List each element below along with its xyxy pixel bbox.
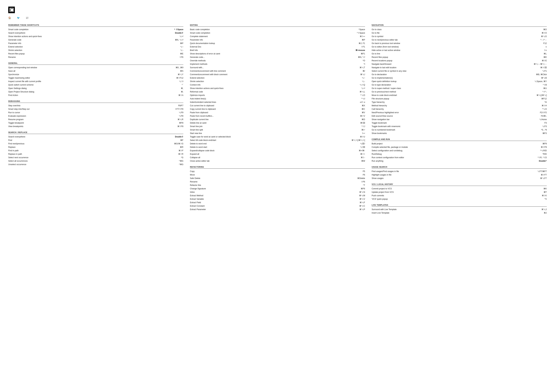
shortcut-keys: ⌥↓: [362, 80, 365, 83]
shortcut-label: Extract Field: [190, 201, 360, 204]
shortcut-row: Edit source/View sourceF4/⌘↓: [372, 114, 547, 118]
shortcut-label: Auto-indent line(s): [190, 97, 361, 100]
shortcut-label: Go to editor (from tool window): [372, 45, 546, 48]
logo-area: [8, 7, 547, 13]
link-blog[interactable]: 📰: [26, 16, 29, 19]
shortcut-label: Go to declaration: [372, 73, 536, 76]
shortcut-row: Go to super-method / super-class⌘U: [372, 86, 547, 90]
shortcut-row: Delete to word start⌥⌫: [190, 145, 365, 149]
shortcut-keys: ⌘⇧V: [360, 114, 365, 117]
shortcut-label: Navigate back/forward: [372, 63, 534, 66]
shortcut-keys: ⌘;: [181, 90, 183, 93]
shortcut-keys: ⌘0...⌘9: [175, 66, 183, 69]
shortcut-keys: ⌘X: [362, 104, 365, 107]
link-jetbrains[interactable]: 🏠: [8, 16, 12, 19]
shortcut-keys: ⌥⌫: [360, 146, 365, 149]
shortcut-row: Open corresponding tool window⌘0...⌘9: [8, 66, 183, 69]
shortcut-label: Implement methods: [190, 63, 364, 66]
shortcut-label: Toggle bookmark with mnemonic: [372, 125, 542, 128]
shortcut-row: Insert Live Template⌘J: [372, 211, 547, 214]
shortcut-keys: ⎋: [546, 45, 547, 48]
shortcut-row: Surround with Live Template⌘⌥J: [372, 208, 547, 211]
shortcut-label: Quick documentation lookup: [190, 42, 359, 45]
shortcut-label: Highlight usages in file: [372, 173, 541, 176]
shortcut-label: Run to cursor: [8, 111, 179, 114]
shortcut-row: View breakpoints⌘⇧F8: [8, 125, 183, 128]
shortcut-keys: ⌘K: [543, 187, 547, 190]
shortcut-row: Replace in path⌘⇧R: [8, 152, 183, 156]
shortcut-label: Paste from recent buffers...: [190, 114, 360, 117]
shortcut-keys: Double⇧: [175, 31, 183, 35]
shortcut-label: Select all occurrences: [8, 159, 179, 163]
shortcut-label: File structure popup: [372, 97, 541, 100]
shortcut-row: Smart line split⌘↩: [190, 128, 365, 131]
shortcut-keys: ⌘⇧U: [360, 135, 365, 138]
shortcut-row: Navigate back/forward⌘⌥←/⌘⌥→: [372, 62, 547, 66]
shortcut-label: Complete statement: [190, 35, 360, 38]
shortcut-label: Generate code: [8, 38, 175, 41]
shortcut-keys: ⌘R: [180, 146, 183, 149]
shortcut-keys: ⇧F1: [361, 45, 365, 48]
shortcut-keys: ^0...^9: [541, 128, 547, 131]
shortcut-row: Copy current line to clipboard⌘C: [190, 107, 365, 111]
shortcut-row: Method hierarchy⌘⇧H: [372, 104, 547, 107]
shortcut-row: Quick documentation lookup⌘J, F1: [190, 42, 365, 45]
header: 🏠 🐦 📰: [8, 7, 547, 19]
shortcut-label: Replace in path: [8, 153, 178, 156]
shortcut-keys: ⌘⇧A: [178, 94, 183, 97]
shortcut-keys: ⌥F1: [542, 70, 547, 72]
shortcut-keys: ⌘P: [362, 38, 365, 41]
shortcut-row: Update project from VCS⌘T: [372, 190, 547, 194]
section-1-1: REFACTORINGCopyF5MoveF6Safe Delete⌘Delet…: [190, 166, 365, 211]
shortcut-label: Show navigation bar: [372, 118, 539, 121]
shortcut-label: Toggle bookmark: [372, 121, 544, 124]
shortcut-label: Safe Delete: [190, 177, 357, 180]
shortcut-keys: ⌘F9: [542, 142, 547, 145]
shortcut-row: Extract Variable⌘⌥V: [190, 197, 365, 201]
twitter-icon: 🐦: [17, 16, 20, 19]
shortcut-label: Find in path: [8, 149, 179, 152]
shortcut-row: Extract Method⌘⌥M: [190, 194, 365, 197]
shortcut-keys: ^Space: [358, 28, 365, 31]
shortcut-label: Find next/previous: [8, 142, 174, 145]
section-0-3: SEARCH / REPLACESearch everywhereDouble⇧…: [8, 131, 183, 166]
shortcut-keys: ⌘⇧⌫: [540, 66, 547, 69]
shortcut-row: Comment/uncomment with line comment⌘/: [190, 69, 365, 73]
shortcut-row: Basic code completion^Space: [190, 28, 365, 31]
shortcut-row: Move to code block end/start⌘⌥[/⌘⌥]: [372, 93, 547, 97]
shortcut-label: Go to class: [372, 28, 543, 31]
shortcut-keys: ⌥↑: [180, 45, 183, 48]
shortcut-keys: ⌘⇧F9: [541, 146, 547, 149]
shortcut-keys: F8/F7: [178, 104, 183, 107]
link-twitter[interactable]: 🐦: [17, 16, 21, 19]
shortcut-label: Extract Method: [190, 194, 359, 197]
shortcut-row: Duplicate current line⌘D: [190, 118, 365, 121]
shortcut-keys: ⌘⌥[/⌘⌥]: [537, 94, 547, 97]
shortcut-keys: ⌘⌥M: [359, 194, 365, 197]
shortcut-label: Close active editor tab: [190, 159, 361, 163]
shortcut-row: Toggle case for word at caret or selecte…: [190, 135, 365, 138]
shortcut-label: Toggle case for word at caret or selecte…: [190, 135, 360, 138]
shortcut-row: 'VCS' quick popup^V: [372, 197, 547, 201]
shortcut-label: Go to line: [372, 52, 544, 55]
shortcut-row: Go back to previous tool windowF12: [372, 42, 547, 45]
shortcut-keys: ^↑/^↓: [542, 90, 547, 93]
section-2-2: USAGE SEARCHFind usages/Find usages in f…: [372, 166, 547, 180]
shortcut-row: Select current file or symbol in any vie…: [372, 69, 547, 73]
shortcut-keys: ^⇧J: [361, 125, 365, 128]
shortcut-label: Surround with...: [190, 66, 360, 69]
shortcut-row: Generate code...⌘N, ^⏎: [190, 55, 365, 59]
shortcut-keys: ⌘/: [363, 70, 365, 72]
shortcut-keys: ⇧F7/⇧F8: [175, 107, 183, 111]
shortcut-keys: ⌥Home: [539, 118, 547, 121]
shortcut-row: Build project⌘F9: [372, 142, 547, 145]
shortcut-keys: ⌥F7/⌘F7: [537, 170, 547, 173]
shortcut-row: Go to symbol⌘⌥O: [372, 35, 547, 38]
shortcut-label: Go to numbered bookmark: [372, 128, 541, 131]
shortcut-row: Save all⌘S: [8, 69, 183, 73]
shortcut-label: Show descriptions of error at caret: [190, 52, 361, 55]
shortcut-label: Reformat code: [190, 90, 360, 93]
column-0: REMEMBER THESE SHORTCUTSSmart code compl…: [8, 24, 183, 218]
shortcut-keys: ⌘F3: [542, 132, 547, 135]
shortcut-label: Paste from clipboard: [190, 111, 362, 114]
